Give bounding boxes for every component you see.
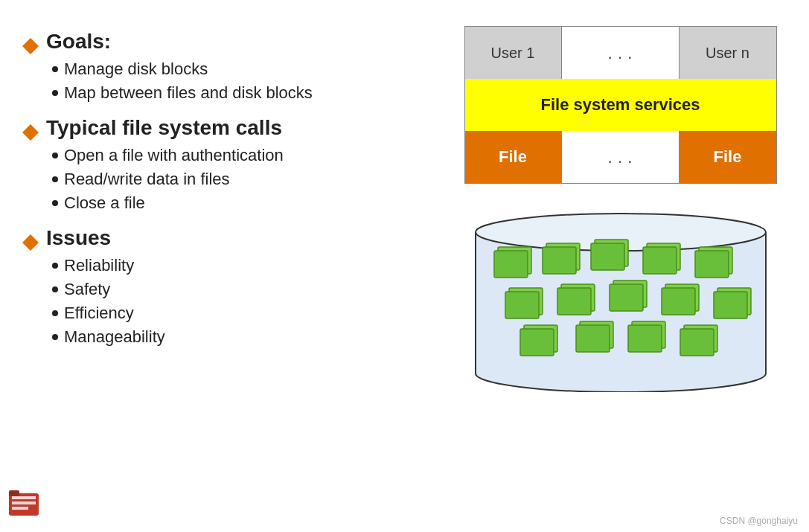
goals-section: Goals: Manage disk blocks Map between fi… — [22, 30, 454, 103]
bullet-text: Close a file — [64, 193, 145, 213]
file1-label: File — [499, 147, 527, 167]
bullet-icon — [52, 334, 58, 340]
issues-header: Issues — [22, 226, 454, 250]
fscalls-title: Typical file system calls — [46, 116, 282, 140]
list-item: Map between files and disk blocks — [52, 83, 454, 103]
fs-services-box: File system services — [464, 79, 777, 131]
bullet-icon — [52, 286, 58, 292]
goals-header: Goals: — [22, 30, 454, 54]
right-column: User 1 . . . User n File system services… — [454, 22, 787, 392]
issues-title: Issues — [46, 226, 111, 250]
svg-rect-20 — [610, 284, 643, 311]
bullet-text: Map between files and disk blocks — [64, 83, 313, 103]
file2-box: File — [680, 131, 776, 183]
goals-title: Goals: — [46, 30, 111, 54]
bullet-text: Safety — [64, 280, 110, 299]
issues-list: Reliability Safety Efficiency Manageabil… — [22, 256, 454, 347]
bullet-icon — [52, 310, 58, 316]
usern-box: User n — [680, 27, 776, 79]
svg-rect-10 — [591, 243, 624, 270]
svg-rect-14 — [695, 251, 729, 278]
watermark: CSDN @gonghaiyu — [720, 516, 798, 526]
bullet-icon — [52, 200, 58, 206]
bullet-icon — [52, 153, 58, 158]
svg-rect-22 — [662, 288, 695, 315]
svg-rect-34 — [12, 496, 36, 499]
usern-label: User n — [706, 45, 749, 62]
bullet-text: Reliability — [64, 256, 134, 275]
logo — [7, 487, 45, 525]
bullet-text: Manageability — [64, 327, 165, 347]
bullet-text: Efficiency — [64, 304, 134, 323]
fscalls-list: Open a file with authentication Read/wri… — [22, 146, 454, 213]
fscalls-header: Typical file system calls — [22, 116, 454, 140]
bullet-icon — [52, 66, 58, 72]
bullet-icon — [52, 90, 58, 96]
list-item: Open a file with authentication — [52, 146, 454, 165]
bullet-text: Open a file with authentication — [64, 146, 284, 165]
svg-rect-26 — [520, 329, 554, 356]
fscalls-diamond-icon — [22, 124, 39, 132]
logo-icon — [7, 487, 41, 521]
bullet-text: Read/write data in files — [64, 170, 230, 189]
disk-diagram — [464, 199, 777, 392]
files-dots-label: . . . — [607, 147, 632, 167]
list-item: Safety — [52, 280, 454, 299]
svg-rect-6 — [494, 251, 528, 278]
list-item: Read/write data in files — [52, 170, 454, 189]
fs-architecture-diagram: User 1 . . . User n File system services… — [464, 26, 777, 184]
fscalls-section: Typical file system calls Open a file wi… — [22, 116, 454, 213]
slide: Goals: Manage disk blocks Map between fi… — [0, 0, 809, 532]
issues-section: Issues Reliability Safety Efficiency Ma — [22, 226, 454, 347]
user1-box: User 1 — [465, 27, 562, 79]
svg-rect-24 — [714, 292, 747, 318]
users-row: User 1 . . . User n — [464, 26, 777, 79]
issues-diamond-icon — [22, 234, 39, 243]
svg-rect-12 — [643, 247, 677, 274]
users-dots-label: . . . — [607, 42, 632, 63]
svg-rect-37 — [9, 490, 19, 496]
svg-rect-16 — [505, 292, 539, 318]
files-row: File . . . File — [464, 131, 777, 184]
bullet-icon — [52, 176, 58, 182]
bullet-text: Manage disk blocks — [64, 60, 208, 79]
goals-list: Manage disk blocks Map between files and… — [22, 60, 454, 103]
left-column: Goals: Manage disk blocks Map between fi… — [22, 22, 454, 360]
svg-rect-18 — [557, 288, 591, 315]
fs-services-label: File system services — [540, 95, 700, 115]
list-item: Efficiency — [52, 304, 454, 323]
file1-box: File — [465, 131, 562, 183]
svg-rect-8 — [543, 247, 576, 274]
svg-rect-30 — [628, 325, 662, 352]
svg-rect-36 — [12, 507, 28, 510]
goals-diamond-icon — [22, 38, 39, 46]
bullet-icon — [52, 263, 58, 269]
svg-rect-35 — [12, 501, 36, 504]
users-dots: . . . — [562, 27, 680, 79]
list-item: Manage disk blocks — [52, 60, 454, 79]
file2-label: File — [714, 147, 742, 167]
list-item: Close a file — [52, 193, 454, 213]
files-dots: . . . — [562, 131, 680, 183]
svg-rect-28 — [576, 325, 610, 352]
svg-rect-32 — [680, 329, 714, 356]
disk-cylinder-svg — [464, 199, 777, 392]
list-item: Reliability — [52, 256, 454, 275]
list-item: Manageability — [52, 327, 454, 347]
user1-label: User 1 — [491, 45, 535, 62]
